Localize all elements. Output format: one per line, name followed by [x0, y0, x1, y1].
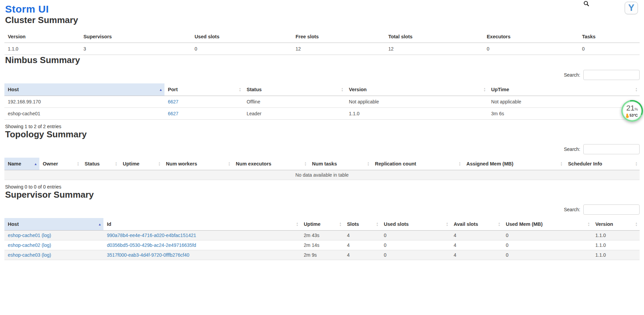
- column-header-version[interactable]: Version▲▼: [592, 218, 640, 231]
- table-cell: 4: [450, 250, 503, 260]
- table-cell: 12: [292, 43, 385, 55]
- column-header-used-mem-mb[interactable]: Used Mem (MB)▲▼: [502, 218, 592, 231]
- column-header-replication-count[interactable]: Replication count▲▼: [372, 158, 463, 170]
- sort-both-icon: ▲▼: [115, 162, 117, 166]
- column-header-assigned-mem-mb[interactable]: Assigned Mem (MB)▲▼: [463, 158, 565, 170]
- table-cell: eshop-cache01 (log): [4, 231, 103, 240]
- cell-link[interactable]: 990a78b4-ee4e-4716-a020-e4bfac151421: [107, 233, 196, 238]
- column-header-num-workers[interactable]: Num workers▲▼: [162, 158, 232, 170]
- sort-both-icon: ▲▼: [498, 222, 500, 227]
- search-icon[interactable]: [583, 0, 590, 7]
- topology-search-input[interactable]: [583, 144, 640, 154]
- table-cell: 2m 9s: [300, 250, 344, 260]
- nimbus-search-input[interactable]: [583, 70, 640, 80]
- supervisor-summary-table: Host▲Id▲▼Uptime▲▼Slots▲▼Used slots▲▼Avai…: [4, 218, 640, 260]
- sort-both-icon: ▲▼: [376, 222, 378, 227]
- sort-both-icon: ▲▼: [239, 87, 241, 92]
- cell-link[interactable]: 3517f000-eab3-4d4f-9720-0fffb276cf40: [107, 252, 189, 258]
- table-cell: 6627: [164, 108, 243, 120]
- table-cell: 1.1.0: [4, 43, 80, 55]
- column-header-status[interactable]: Status▲▼: [243, 83, 346, 96]
- cell-link[interactable]: 6627: [168, 111, 178, 116]
- cell-link[interactable]: d0356bd5-0530-429b-ac24-2e49716635fd: [107, 242, 196, 248]
- cell-link[interactable]: eshop-cache03 (log): [8, 252, 51, 258]
- nimbus-summary-table: Host▲Port▲▼Status▲▼Version▲▼UpTime▲▼192.…: [4, 83, 640, 120]
- nimbus-entries-info: Showing 1 to 2 of 2 entries: [5, 124, 640, 129]
- table-row: 1.1.030121200: [4, 43, 640, 55]
- cell-link[interactable]: eshop-cache02 (log): [8, 242, 51, 248]
- column-header-uptime[interactable]: Uptime▲▼: [300, 218, 344, 231]
- table-cell: 1.1.0: [592, 240, 640, 250]
- sort-both-icon: ▲▼: [158, 162, 160, 166]
- column-header-status[interactable]: Status▲▼: [81, 158, 119, 170]
- table-cell: 0: [380, 231, 450, 240]
- sort-both-icon: ▲▼: [588, 222, 590, 227]
- column-header-slots[interactable]: Slots▲▼: [344, 218, 380, 231]
- sort-asc-icon: ▲: [98, 222, 101, 226]
- table-cell: 0: [380, 250, 450, 260]
- sort-asc-icon: ▲: [159, 88, 162, 92]
- supervisor-summary-heading: Supervisor Summary: [5, 190, 640, 200]
- table-cell: eshop-cache02 (log): [4, 240, 103, 250]
- table-cell: 4: [344, 250, 380, 260]
- sort-both-icon: ▲▼: [304, 162, 307, 166]
- cluster-summary-heading: Cluster Summary: [5, 15, 640, 25]
- table-cell: eshop-cache03 (log): [4, 250, 103, 260]
- system-monitor-face: 21% 53°C: [623, 101, 642, 120]
- column-header-host[interactable]: Host▲: [4, 83, 164, 96]
- topology-entries-info: Showing 0 to 0 of 0 entries: [5, 184, 640, 190]
- table-cell: Not applicable: [346, 96, 488, 108]
- table-cell: 0: [502, 231, 592, 240]
- column-header-scheduler-info[interactable]: Scheduler Info▲▼: [565, 158, 640, 170]
- header-row: Host▲Id▲▼Uptime▲▼Slots▲▼Used slots▲▼Avai…: [4, 218, 640, 231]
- table-cell: 12: [385, 43, 483, 55]
- percent-unit: %: [635, 107, 638, 111]
- sort-both-icon: ▲▼: [296, 222, 298, 227]
- extension-y-label: Y: [628, 3, 634, 13]
- column-header-avail-slots[interactable]: Avail slots▲▼: [450, 218, 503, 231]
- table-cell: 0: [502, 240, 592, 250]
- cell-link[interactable]: 6627: [168, 99, 178, 104]
- supervisor-search-label: Search:: [564, 207, 580, 212]
- column-header-uptime[interactable]: Uptime▲▼: [119, 158, 162, 170]
- thermometer-icon: [626, 114, 628, 117]
- column-header-version[interactable]: Version▲▼: [346, 83, 488, 96]
- sort-both-icon: ▲▼: [339, 222, 341, 227]
- table-cell: eshop-cache01: [4, 108, 164, 120]
- column-header-supervisors: Supervisors: [80, 31, 191, 43]
- sort-both-icon: ▲▼: [560, 162, 563, 166]
- column-header-uptime[interactable]: UpTime▲▼: [488, 83, 640, 96]
- table-cell: 4: [344, 240, 380, 250]
- table-cell: 4: [450, 240, 503, 250]
- sort-both-icon: ▲▼: [635, 162, 638, 166]
- supervisor-search-row: Search:: [4, 204, 640, 215]
- storm-ui-page: Storm UI Cluster Summary VersionSupervis…: [0, 3, 644, 260]
- cell-link[interactable]: eshop-cache01 (log): [8, 233, 51, 238]
- column-header-num-executors[interactable]: Num executors▲▼: [232, 158, 309, 170]
- table-row: 192.168.99.1706627OfflineNot applicableN…: [4, 96, 640, 108]
- sort-both-icon: ▲▼: [458, 162, 461, 166]
- column-header-port[interactable]: Port▲▼: [164, 83, 243, 96]
- table-cell: 1.1.0: [592, 250, 640, 260]
- empty-message: No data available in table: [4, 170, 640, 180]
- column-header-num-tasks[interactable]: Num tasks▲▼: [309, 158, 371, 170]
- supervisor-search-input[interactable]: [583, 204, 640, 215]
- column-header-used-slots[interactable]: Used slots▲▼: [380, 218, 450, 231]
- column-header-id[interactable]: Id▲▼: [103, 218, 300, 231]
- extension-y-button[interactable]: Y: [625, 2, 638, 14]
- column-header-owner[interactable]: Owner▲▼: [39, 158, 81, 170]
- table-row: eshop-cache01 (log)990a78b4-ee4e-4716-a0…: [4, 231, 640, 240]
- table-row: eshop-cache016627Leader1.1.03m 6s: [4, 108, 640, 120]
- table-cell: 1.1.0: [592, 231, 640, 240]
- column-header-host[interactable]: Host▲: [4, 218, 103, 231]
- table-cell: 0: [483, 43, 579, 55]
- topology-summary-table: Name▲Owner▲▼Status▲▼Uptime▲▼Num workers▲…: [4, 158, 640, 180]
- header-row: Host▲Port▲▼Status▲▼Version▲▼UpTime▲▼: [4, 83, 640, 96]
- system-monitor-badge[interactable]: 21% 53°C: [621, 100, 643, 122]
- column-header-executors: Executors: [483, 31, 579, 43]
- table-cell: 192.168.99.170: [4, 96, 164, 108]
- table-cell: 3517f000-eab3-4d4f-9720-0fffb276cf40: [103, 250, 300, 260]
- app-title[interactable]: Storm UI: [5, 3, 640, 15]
- column-header-name[interactable]: Name▲: [4, 158, 39, 170]
- table-cell: 0: [502, 250, 592, 260]
